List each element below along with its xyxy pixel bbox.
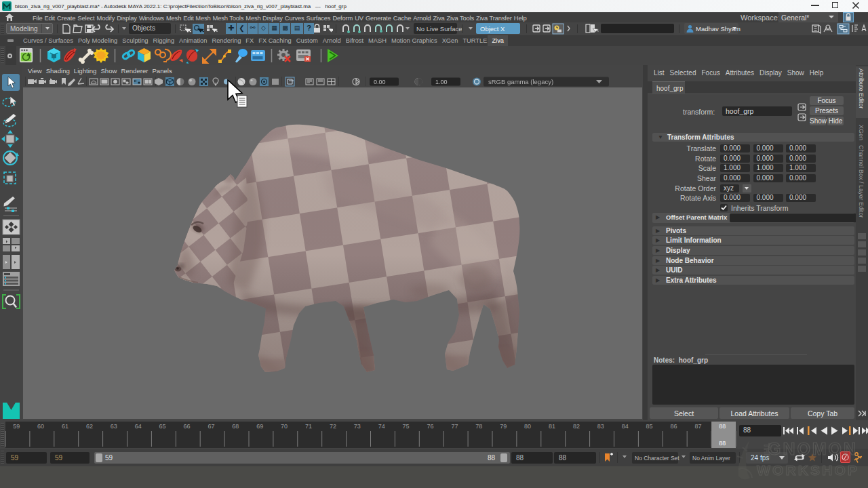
svg-text:72: 72 bbox=[330, 423, 336, 430]
svg-text:70: 70 bbox=[281, 423, 288, 430]
svg-text:0.00: 0.00 bbox=[374, 79, 386, 85]
svg-text:79: 79 bbox=[500, 423, 507, 430]
svg-text:82: 82 bbox=[573, 423, 580, 430]
svg-text:77: 77 bbox=[451, 423, 458, 430]
svg-text:73: 73 bbox=[354, 423, 361, 430]
svg-text:sRGB gamma (legacy): sRGB gamma (legacy) bbox=[488, 78, 553, 85]
svg-text:GNOMON: GNOMON bbox=[768, 439, 856, 458]
svg-text:78: 78 bbox=[475, 423, 482, 430]
svg-text:67: 67 bbox=[208, 423, 214, 430]
svg-text:60: 60 bbox=[37, 423, 44, 430]
svg-text:85: 85 bbox=[646, 423, 653, 430]
svg-text:66: 66 bbox=[183, 423, 190, 430]
svg-text:68: 68 bbox=[232, 423, 239, 430]
svg-text:74: 74 bbox=[378, 423, 385, 430]
svg-text:61: 61 bbox=[62, 423, 68, 430]
svg-text:69: 69 bbox=[256, 423, 263, 430]
svg-text:83: 83 bbox=[597, 423, 604, 430]
svg-text:63: 63 bbox=[111, 423, 117, 430]
svg-text:84: 84 bbox=[622, 423, 629, 430]
svg-text:88: 88 bbox=[719, 423, 726, 430]
svg-text:WORKSHOP: WORKSHOP bbox=[757, 462, 857, 478]
svg-text:1.00: 1.00 bbox=[435, 79, 448, 85]
svg-text:71: 71 bbox=[305, 423, 312, 430]
svg-text:86: 86 bbox=[670, 423, 677, 430]
svg-text:62: 62 bbox=[86, 423, 93, 430]
svg-text:80: 80 bbox=[524, 423, 531, 430]
svg-text:76: 76 bbox=[427, 423, 433, 430]
svg-text:88: 88 bbox=[719, 440, 726, 447]
svg-text:64: 64 bbox=[135, 423, 142, 430]
svg-text:81: 81 bbox=[549, 423, 555, 430]
svg-text:75: 75 bbox=[403, 423, 410, 430]
svg-text:59: 59 bbox=[13, 423, 20, 430]
svg-text:87: 87 bbox=[694, 423, 701, 430]
svg-text:65: 65 bbox=[159, 423, 166, 430]
